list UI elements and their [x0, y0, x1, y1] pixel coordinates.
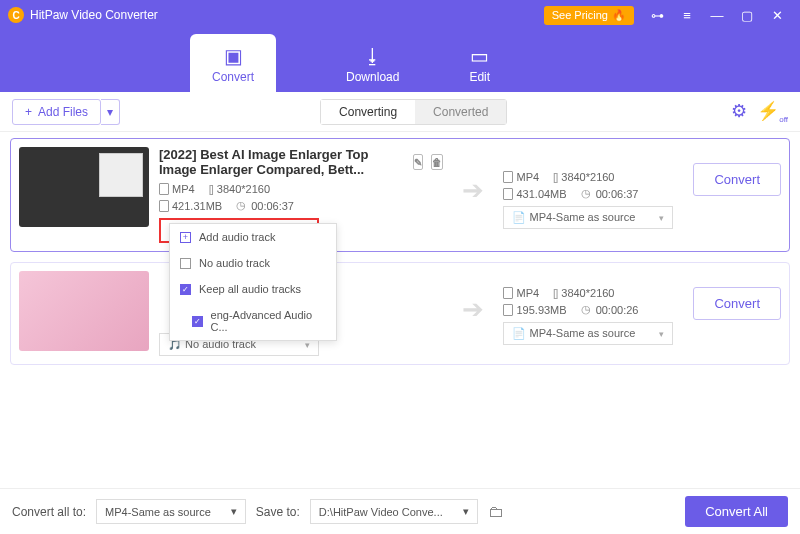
out-duration: 00:06:37	[581, 187, 639, 200]
opt-add-audio[interactable]: +Add audio track	[170, 224, 336, 250]
tab-label: Edit	[469, 70, 490, 84]
file-item: [2022] Best AI Image Enlarger Top Image …	[10, 138, 790, 252]
seg-converted[interactable]: Converted	[415, 100, 506, 124]
convert-button[interactable]: Convert	[693, 287, 781, 320]
checkbox-checked-icon: ✓	[192, 316, 203, 327]
footer: Convert all to: MP4-Same as source▾ Save…	[0, 488, 800, 534]
convert-icon: ▣	[212, 44, 254, 68]
toolbar: + Add Files ▾ Converting Converted ⚙ ⚡of…	[0, 92, 800, 132]
doc-icon	[503, 304, 513, 316]
opt-no-audio[interactable]: No audio track	[170, 250, 336, 276]
out-format: MP4	[516, 287, 539, 299]
out-format: MP4	[516, 171, 539, 183]
in-duration: 00:06:37	[236, 199, 294, 212]
tab-label: Convert	[212, 70, 254, 84]
edit-icon: ▭	[469, 44, 490, 68]
menu-icon[interactable]: ≡	[672, 0, 702, 30]
doc-icon	[503, 171, 513, 183]
tab-edit[interactable]: ▭ Edit	[469, 44, 490, 92]
checkbox-icon	[180, 258, 191, 269]
gpu-toggle-icon[interactable]: ⚡off	[757, 100, 788, 124]
download-icon: ⭳	[346, 45, 399, 68]
edit-title-icon[interactable]: ✎	[413, 154, 423, 170]
arrow-icon: ➔	[453, 294, 493, 334]
out-size: 431.04MB	[516, 188, 566, 200]
doc-icon	[159, 200, 169, 212]
top-nav: ▣ Convert ⭳ Download ▭ Edit	[0, 30, 800, 92]
convert-all-preset-dropdown[interactable]: MP4-Same as source▾	[96, 499, 246, 524]
add-files-label: Add Files	[38, 105, 88, 119]
app-title: HitPaw Video Converter	[30, 8, 158, 22]
save-path-dropdown[interactable]: D:\HitPaw Video Conve...▾	[310, 499, 478, 524]
file-list: [2022] Best AI Image Enlarger Top Image …	[0, 132, 800, 492]
minimize-button[interactable]: —	[702, 0, 732, 30]
doc-icon	[503, 287, 513, 299]
seg-converting[interactable]: Converting	[321, 100, 415, 124]
add-files-dropdown[interactable]: ▾	[101, 99, 120, 125]
delete-icon[interactable]: 🗑	[431, 154, 443, 170]
audio-track-menu: +Add audio track No audio track ✓Keep al…	[169, 223, 337, 341]
file-item: 🎵 No audio track▾ ➔ MP4 3840*2160 195.93…	[10, 262, 790, 365]
output-preset-dropdown[interactable]: 📄 MP4-Same as source▾	[503, 206, 673, 229]
chevron-down-icon: ▾	[659, 329, 664, 339]
maximize-button[interactable]: ▢	[732, 0, 762, 30]
doc-icon	[503, 188, 513, 200]
see-pricing-button[interactable]: See Pricing🔥	[544, 6, 634, 25]
convert-button[interactable]: Convert	[693, 163, 781, 196]
gpu-icon[interactable]: ⚙	[731, 100, 747, 124]
tab-label: Download	[346, 70, 399, 84]
in-format: MP4	[172, 183, 195, 195]
output-preset-dropdown[interactable]: 📄 MP4-Same as source▾	[503, 322, 673, 345]
file-title: [2022] Best AI Image Enlarger Top Image …	[159, 147, 405, 177]
checkbox-checked-icon: ✓	[180, 284, 191, 295]
titlebar: C HitPaw Video Converter See Pricing🔥 ⊶ …	[0, 0, 800, 30]
arrow-icon: ➔	[453, 175, 493, 215]
add-files-button[interactable]: + Add Files	[12, 99, 101, 125]
convert-all-to-label: Convert all to:	[12, 505, 86, 519]
opt-eng-track[interactable]: ✓eng-Advanced Audio C...	[170, 302, 336, 340]
convert-all-button[interactable]: Convert All	[685, 496, 788, 527]
plus-icon: +	[25, 105, 32, 119]
key-icon[interactable]: ⊶	[642, 0, 672, 30]
out-resolution: 3840*2160	[553, 171, 614, 183]
chevron-down-icon: ▾	[659, 213, 664, 223]
tab-convert[interactable]: ▣ Convert	[190, 34, 276, 92]
opt-keep-all[interactable]: ✓Keep all audio tracks	[170, 276, 336, 302]
tab-download[interactable]: ⭳ Download	[346, 45, 399, 92]
out-duration: 00:00:26	[581, 303, 639, 316]
flame-icon: 🔥	[612, 9, 626, 22]
out-size: 195.93MB	[516, 304, 566, 316]
save-to-label: Save to:	[256, 505, 300, 519]
chevron-down-icon: ▾	[463, 505, 469, 518]
plus-icon: +	[180, 232, 191, 243]
thumbnail[interactable]	[19, 147, 149, 227]
thumbnail[interactable]	[19, 271, 149, 351]
status-segment: Converting Converted	[320, 99, 507, 125]
out-resolution: 3840*2160	[553, 287, 614, 299]
close-button[interactable]: ✕	[762, 0, 792, 30]
app-logo-icon: C	[8, 7, 24, 23]
in-size: 421.31MB	[172, 200, 222, 212]
chevron-down-icon: ▾	[305, 340, 310, 350]
in-resolution: 3840*2160	[209, 183, 270, 195]
chevron-down-icon: ▾	[231, 505, 237, 518]
doc-icon	[159, 183, 169, 195]
open-folder-icon[interactable]: 🗀	[488, 503, 504, 521]
